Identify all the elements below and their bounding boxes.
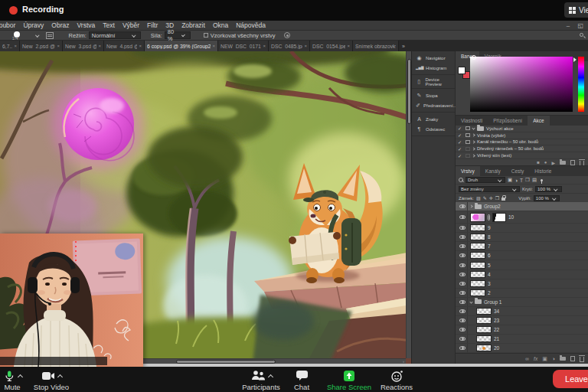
lock-all-icon[interactable] xyxy=(501,198,505,201)
layer-row-group1[interactable]: Group 1 xyxy=(456,298,588,307)
lock-transparent-icon[interactable]: ▨ xyxy=(476,195,481,201)
leave-button[interactable]: Leave xyxy=(553,370,588,388)
eye-icon[interactable] xyxy=(459,253,466,257)
layer-row[interactable]: 5 xyxy=(456,260,588,270)
add-mask-icon[interactable]: ▣ xyxy=(542,356,547,362)
layer-thumbnail[interactable] xyxy=(470,289,485,296)
stop-video-button[interactable]: Stop Video xyxy=(29,369,74,391)
layer-thumbnail[interactable] xyxy=(470,280,485,287)
document-tab[interactable]: New_3.psd @ ... × xyxy=(63,41,104,51)
layer-row[interactable]: 8 xyxy=(456,233,588,242)
eye-icon[interactable] xyxy=(459,226,466,230)
close-icon[interactable]: × xyxy=(263,44,266,48)
document-tab[interactable]: DSC_0485.jpeg × xyxy=(269,41,310,51)
layer-thumbnail[interactable] xyxy=(476,317,492,324)
dialog-toggle-icon[interactable] xyxy=(466,126,470,130)
check-icon[interactable]: ✓ xyxy=(458,139,463,145)
chat-button[interactable]: Chat xyxy=(291,369,312,391)
webcam-overlay[interactable] xyxy=(0,234,143,367)
layer-thumbnail[interactable] xyxy=(470,213,485,222)
chevron-down-icon[interactable] xyxy=(35,34,39,38)
panel-button-device-preview[interactable]: ▯ Device Preview xyxy=(412,77,455,87)
eye-icon[interactable] xyxy=(459,273,466,276)
new-action-icon[interactable] xyxy=(570,160,575,165)
view-button[interactable]: View xyxy=(564,2,588,18)
layer-row[interactable]: 34 xyxy=(456,307,588,316)
eye-icon[interactable] xyxy=(459,337,466,341)
document-tab[interactable]: New_4.psd @ ... × xyxy=(104,41,145,51)
layer-mask-thumbnail[interactable] xyxy=(492,213,506,222)
tab-overflow-icon[interactable]: » xyxy=(399,41,408,51)
layer-thumbnail[interactable] xyxy=(470,234,485,240)
eye-icon[interactable] xyxy=(459,291,466,295)
panel-button-tool-presets[interactable]: ✐ Přednastavení... xyxy=(412,100,455,110)
layer-thumbnail[interactable] xyxy=(476,335,492,342)
menu-layer[interactable]: Vrstva xyxy=(77,21,96,29)
stop-action-icon[interactable]: ■ xyxy=(537,160,540,165)
check-icon[interactable]: ✓ xyxy=(458,153,463,158)
menu-filter[interactable]: Filtr xyxy=(147,21,158,29)
document-tab[interactable]: New_2.psd @ ... × xyxy=(20,41,63,51)
menu-file[interactable]: Soubor xyxy=(0,21,15,29)
chevron-right-icon[interactable] xyxy=(472,147,475,150)
eye-icon[interactable] xyxy=(459,204,466,208)
dialog-toggle-icon[interactable] xyxy=(466,133,470,137)
new-group-icon[interactable] xyxy=(560,357,566,361)
chevron-right-icon[interactable] xyxy=(469,204,472,207)
layer-thumbnail[interactable] xyxy=(470,262,485,269)
close-icon[interactable]: × xyxy=(212,44,215,48)
layer-row[interactable]: 10 xyxy=(456,211,588,224)
menu-type[interactable]: Text xyxy=(103,21,115,29)
new-action-set-icon[interactable] xyxy=(560,161,566,165)
dialog-toggle-icon[interactable] xyxy=(466,140,470,144)
menu-window[interactable]: Okna xyxy=(213,21,228,29)
layer-row[interactable]: 7 xyxy=(456,242,588,251)
check-icon[interactable]: ✓ xyxy=(458,146,463,152)
layer-thumbnail[interactable] xyxy=(476,308,492,315)
menu-help[interactable]: Nápověda xyxy=(236,21,266,29)
layer-thumbnail[interactable] xyxy=(470,252,485,259)
chevron-right-icon[interactable] xyxy=(472,154,475,157)
action-row[interactable]: ✓ Dřevěný rámeček – 50 obr. bodů xyxy=(456,145,588,152)
video-options-caret[interactable] xyxy=(57,374,62,379)
check-icon[interactable]: ✓ xyxy=(458,132,463,138)
filter-smart-object-icon[interactable]: ▤ xyxy=(532,177,537,183)
eye-icon[interactable] xyxy=(459,263,466,267)
close-icon[interactable]: × xyxy=(304,44,307,48)
tab-actions[interactable]: Akce xyxy=(528,116,549,126)
filter-adjustment-icon[interactable]: ◑ xyxy=(514,178,518,183)
mode-dropdown[interactable]: Normální xyxy=(89,31,141,39)
filter-pin-icon[interactable] xyxy=(541,179,543,181)
tab-history[interactable]: Historie xyxy=(529,166,557,176)
lock-image-icon[interactable]: ✎ xyxy=(483,195,487,201)
layer-style-icon[interactable]: fx xyxy=(534,356,537,361)
layer-thumbnail[interactable] xyxy=(476,345,492,351)
participants-button[interactable]: Participants xyxy=(237,369,285,391)
menu-select[interactable]: Výběr xyxy=(122,21,139,29)
strength-dropdown[interactable]: 80 % xyxy=(165,31,191,39)
panel-button-histogram[interactable]: ▂▅▇ Histogram xyxy=(412,63,455,73)
chevron-down-icon[interactable] xyxy=(472,127,475,130)
mute-options-caret[interactable] xyxy=(17,374,22,379)
layer-row[interactable]: 9 xyxy=(456,224,588,233)
layer-thumbnail[interactable] xyxy=(470,271,485,278)
document-tab[interactable]: DSC_0154.jpeg × xyxy=(310,41,353,51)
menu-view[interactable]: Zobrazit xyxy=(181,21,205,29)
eye-icon[interactable] xyxy=(459,215,466,219)
layer-thumbnail[interactable] xyxy=(476,326,492,333)
lock-artboard-icon[interactable]: ❒ xyxy=(495,195,499,201)
record-action-icon[interactable]: ● xyxy=(544,160,547,165)
layer-row[interactable]: 6 xyxy=(456,251,588,260)
close-icon[interactable]: × xyxy=(57,44,60,48)
document-tab[interactable]: 6,7... × xyxy=(0,41,20,51)
eye-icon[interactable] xyxy=(459,318,466,322)
filter-shape-icon[interactable]: ❒ xyxy=(525,177,530,183)
eye-icon[interactable] xyxy=(459,282,466,286)
chevron-right-icon[interactable] xyxy=(472,134,475,137)
layer-row[interactable]: 20 xyxy=(456,344,588,353)
fill-field[interactable]: 100 % xyxy=(534,195,560,201)
saturation-brightness-field[interactable] xyxy=(470,57,573,112)
brush-preset-picker[interactable]: 174 xyxy=(11,31,34,41)
opacity-field[interactable]: 100 % xyxy=(535,186,562,192)
action-row[interactable]: ✓ Vržený stín (text) xyxy=(456,152,588,159)
